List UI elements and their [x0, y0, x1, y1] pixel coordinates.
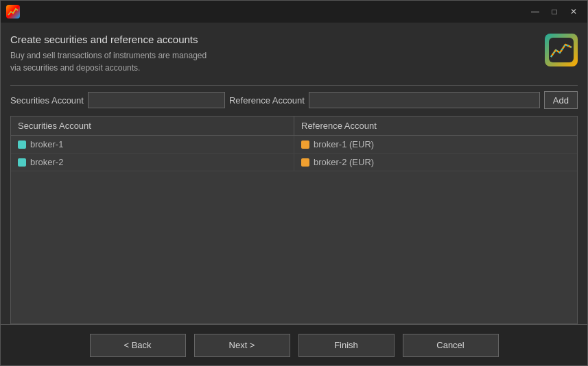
footer: < Back Next > Finish Cancel: [1, 324, 587, 365]
color-indicator-cyan-1: [18, 141, 26, 149]
color-indicator-orange-2: [301, 158, 309, 167]
cancel-button[interactable]: Cancel: [403, 334, 499, 357]
back-button[interactable]: < Back: [90, 334, 186, 357]
table-row: broker-1 broker-1 (EUR): [11, 136, 577, 154]
col-securities: Securities Account: [11, 117, 294, 135]
securities-label: Securities Account: [10, 95, 84, 106]
cell-securities-2: broker-2: [11, 154, 294, 171]
page-title: Create securities and reference accounts: [10, 34, 537, 45]
title-bar-left: [6, 5, 20, 19]
reference-label: Reference Account: [229, 95, 305, 106]
close-button[interactable]: ✕: [565, 5, 582, 19]
col-reference: Reference Account: [294, 117, 577, 135]
header-row: Create securities and reference accounts…: [10, 34, 578, 74]
app-icon: [6, 5, 20, 19]
subtitle-line1: Buy and sell transactions of instruments…: [10, 49, 537, 74]
cell-securities-1: broker-1: [11, 136, 294, 153]
table-header: Securities Account Reference Account: [11, 117, 577, 136]
table-body: broker-1 broker-1 (EUR) broker-2 broker-…: [11, 136, 577, 171]
cell-reference-2: broker-2 (EUR): [294, 154, 577, 171]
title-bar: — □ ✕: [1, 1, 587, 23]
table-row: broker-2 broker-2 (EUR): [11, 154, 577, 171]
minimize-button[interactable]: —: [527, 5, 543, 19]
next-button[interactable]: Next >: [194, 334, 290, 357]
accounts-table: Securities Account Reference Account bro…: [10, 116, 578, 324]
finish-button[interactable]: Finish: [298, 334, 395, 357]
logo-icon: [545, 34, 578, 66]
content-area: Create securities and reference accounts…: [1, 23, 587, 324]
maximize-button[interactable]: □: [546, 5, 563, 19]
header-text: Create securities and reference accounts…: [10, 34, 537, 74]
main-window: — □ ✕ Create securities and reference ac…: [0, 0, 588, 366]
add-button[interactable]: Add: [544, 91, 578, 109]
securities-input[interactable]: [88, 92, 225, 108]
reference-input[interactable]: [309, 92, 540, 108]
form-row: Securities Account Reference Account Add: [10, 91, 578, 109]
color-indicator-orange-1: [301, 141, 309, 149]
cell-reference-1: broker-1 (EUR): [294, 136, 577, 153]
color-indicator-cyan-2: [18, 158, 26, 167]
divider-top: [10, 85, 578, 86]
title-bar-controls: — □ ✕: [527, 5, 582, 19]
